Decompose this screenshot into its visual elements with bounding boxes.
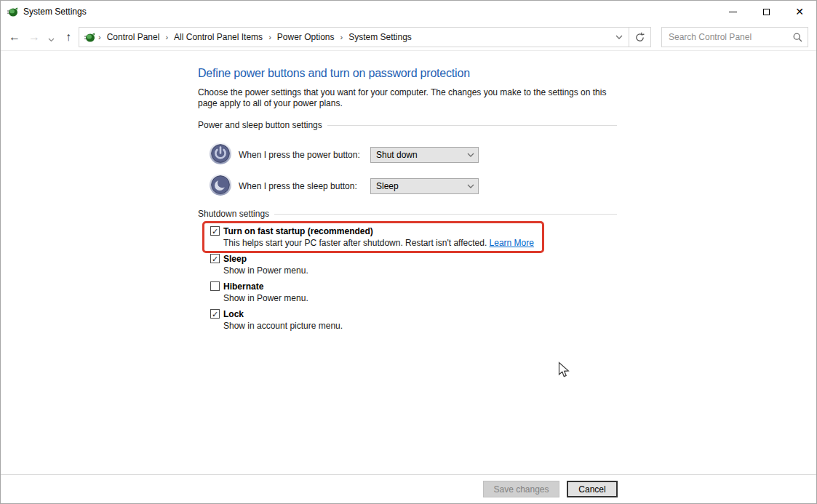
maximize-button[interactable] [749, 1, 783, 23]
hibernate-label[interactable]: Hibernate [223, 281, 263, 292]
breadcrumb-system-settings[interactable]: System Settings [346, 32, 415, 42]
forward-button[interactable]: → [25, 28, 43, 46]
option-fast-startup: ✓ Turn on fast startup (recommended) Thi… [210, 225, 559, 249]
hibernate-description: Show in Power menu. [223, 292, 559, 305]
title-bar: System Settings ✕ [1, 1, 816, 23]
option-sleep: ✓ Sleep Show in Power menu. [210, 252, 559, 277]
footer-divider [1, 474, 816, 475]
minimize-button[interactable] [716, 1, 749, 23]
fast-startup-label[interactable]: Turn on fast startup (recommended) [223, 226, 373, 236]
breadcrumb-separator-icon: › [95, 33, 104, 41]
selected-value: Shut down [371, 150, 463, 160]
refresh-icon [634, 32, 645, 43]
lock-checkbox[interactable]: ✓ [210, 309, 220, 319]
section-shutdown-settings: Shutdown settings [198, 209, 617, 219]
cancel-button[interactable]: Cancel [567, 481, 618, 497]
section-title: Power and sleep button settings [198, 120, 322, 130]
option-hibernate: Hibernate Show in Power menu. [210, 280, 559, 305]
minimize-icon [729, 12, 737, 12]
back-button[interactable]: ← [6, 28, 23, 46]
option-lock: ✓ Lock Show in account picture menu. [210, 308, 559, 332]
save-changes-button[interactable]: Save changes [483, 481, 559, 497]
forward-icon: → [28, 31, 40, 44]
system-settings-window: System Settings ✕ ← → ↑ › Control Panel … [0, 0, 817, 504]
breadcrumb-control-panel[interactable]: Control Panel [104, 32, 163, 42]
up-icon: ↑ [65, 31, 71, 44]
up-button[interactable]: ↑ [60, 28, 77, 46]
power-options-app-icon [7, 6, 18, 17]
hibernate-checkbox[interactable] [210, 281, 220, 291]
sleep-description: Show in Power menu. [223, 265, 559, 277]
selected-value: Sleep [371, 181, 463, 191]
power-options-breadcrumb-icon [84, 31, 95, 43]
shutdown-options-list: ✓ Turn on fast startup (recommended) Thi… [210, 225, 559, 335]
breadcrumb-power-options[interactable]: Power Options [274, 32, 338, 42]
lock-label[interactable]: Lock [223, 309, 244, 319]
fast-startup-description: This helps start your PC faster after sh… [223, 237, 559, 249]
power-button-action-select[interactable]: Shut down [370, 147, 479, 163]
mouse-cursor-icon [558, 361, 572, 383]
sleep-button-label: When I press the sleep button: [239, 181, 357, 191]
close-button[interactable]: ✕ [783, 1, 816, 23]
power-button-label: When I press the power button: [239, 150, 360, 160]
page-title: Define power buttons and turn on passwor… [198, 67, 470, 80]
close-icon: ✕ [795, 7, 804, 17]
section-divider [327, 125, 617, 126]
sleep-label[interactable]: Sleep [223, 254, 247, 264]
chevron-down-icon [463, 184, 478, 188]
search-box [661, 27, 808, 47]
breadcrumb-separator-icon: › [266, 33, 274, 41]
description-text: This helps start your PC faster after sh… [223, 238, 490, 248]
search-icon[interactable] [787, 33, 808, 42]
power-button-icon [209, 142, 232, 165]
section-title: Shutdown settings [198, 209, 269, 219]
chevron-down-icon [463, 153, 478, 157]
sleep-button-icon [209, 173, 232, 196]
search-input[interactable] [662, 32, 787, 42]
section-power-sleep-settings: Power and sleep button settings [198, 120, 617, 130]
breadcrumb: › Control Panel › All Control Panel Item… [95, 32, 415, 42]
breadcrumb-all-control-panel-items[interactable]: All Control Panel Items [171, 32, 266, 42]
learn-more-link[interactable]: Learn More [490, 238, 534, 248]
address-dropdown-button[interactable] [610, 28, 629, 47]
back-icon: ← [9, 31, 20, 44]
sleep-button-action-select[interactable]: Sleep [370, 178, 479, 194]
address-bar[interactable]: › Control Panel › All Control Panel Item… [79, 27, 651, 47]
sleep-checkbox[interactable]: ✓ [210, 254, 220, 263]
chevron-down-icon [48, 38, 55, 42]
breadcrumb-separator-icon: › [162, 33, 171, 41]
section-divider [274, 214, 617, 215]
fast-startup-checkbox[interactable]: ✓ [210, 226, 220, 236]
breadcrumb-separator-icon: › [338, 33, 346, 41]
page-description: Choose the power settings that you want … [198, 87, 614, 109]
refresh-button[interactable] [629, 28, 650, 47]
window-title: System Settings [23, 7, 87, 17]
recent-pages-button[interactable] [45, 31, 57, 49]
maximize-icon [763, 9, 770, 15]
chevron-down-icon [615, 35, 623, 39]
lock-description: Show in account picture menu. [223, 320, 559, 332]
